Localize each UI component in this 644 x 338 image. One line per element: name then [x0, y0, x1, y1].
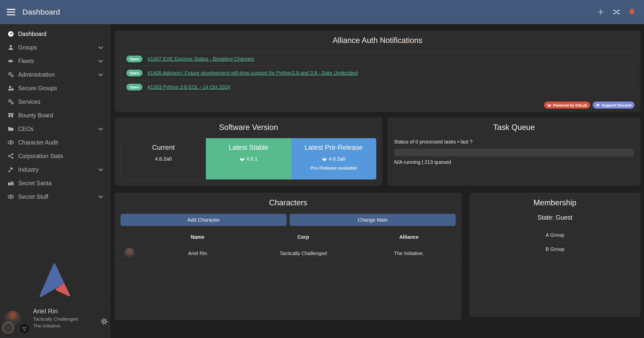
folder-icon: [7, 126, 15, 132]
change-main-button[interactable]: Change Main: [290, 214, 456, 226]
version-current: Current 4.6.2a0: [121, 138, 206, 179]
discord-badge-label: Support Discord: [602, 103, 631, 107]
membership-groups-list: A GroupB Group: [469, 228, 640, 256]
sidebar-item-label: Industry: [18, 166, 39, 173]
chevron-down-icon: [98, 58, 104, 64]
character-corp: Tactically Challenged: [250, 251, 356, 256]
task-progress-bar: [394, 149, 634, 156]
gears-icon: [7, 71, 15, 78]
user-alliance: The Initiative.: [33, 323, 61, 329]
user-corp: Tactically Challenged: [33, 316, 78, 322]
membership-group-row: A Group: [469, 228, 640, 242]
prerelease-label: Latest Pre-Release: [291, 144, 376, 152]
notification-link[interactable]: #1383 Python 3.8 EOL - 14 Oct 2024: [147, 84, 230, 90]
version-prerelease: Latest Pre-Release 4.6.2a0 Pre-Release a…: [291, 138, 376, 179]
sidebar-item-secure-groups[interactable]: Secure Groups: [0, 81, 110, 95]
eye-icon: [7, 194, 15, 200]
notification-row: Open#1383 Python 3.8 EOL - 14 Oct 2024: [121, 80, 634, 94]
add-character-button[interactable]: Add Character: [121, 214, 287, 226]
add-character-icon[interactable]: [597, 8, 605, 16]
sidebar-item-corporation-stats[interactable]: Corporation Stats: [0, 149, 110, 163]
chevron-down-icon: [98, 44, 104, 51]
hammer-icon: [7, 166, 15, 173]
characters-table-header: Name Corp Alliance: [115, 230, 462, 244]
top-navbar: Dashboard: [0, 0, 644, 24]
chevron-down-icon: [98, 126, 104, 132]
share-nodes-icon: [7, 153, 15, 159]
characters-actions: Add Character Change Main: [121, 214, 456, 226]
notification-link[interactable]: #1407 EVE Equinox Status - Breaking Chan…: [147, 56, 254, 62]
notifications-title: Alliance Auth Notifications: [115, 30, 640, 45]
character-name: Ariel Rin: [145, 251, 250, 256]
header-corp: Corp: [250, 234, 356, 240]
sidebar-item-secret-santa[interactable]: Secret Santa: [0, 176, 110, 190]
notifications-panel: Alliance Auth Notifications Open#1407 EV…: [115, 30, 640, 112]
notification-link[interactable]: #1405 Advisory: Future development will …: [147, 70, 358, 76]
sidebar-item-label: CEOs: [18, 126, 33, 132]
sidebar-item-label: Groups: [18, 44, 37, 51]
sidebar-item-label: Corporation Stats: [18, 153, 63, 160]
sidebar-item-label: Secret Stuff: [18, 194, 48, 200]
sidebar-item-label: Bounty Board: [18, 112, 53, 119]
sidebar-item-label: Secret Santa: [18, 180, 52, 187]
notifications-bell-icon[interactable]: [628, 8, 636, 16]
task-queue-counts: N/A running | 213 queued: [394, 159, 634, 165]
hamburger-menu-icon[interactable]: [7, 9, 15, 15]
chevron-down-icon: [98, 167, 104, 173]
character-alliance: The Initiative.: [356, 251, 462, 256]
character-row: Ariel RinTactically ChallengedThe Initia…: [115, 244, 462, 263]
support-discord-badge[interactable]: Support Discord: [593, 102, 634, 109]
eye-icon: [7, 139, 15, 146]
task-queue-title: Task Queue: [388, 117, 640, 132]
gauge-icon: [7, 31, 15, 37]
sidebar-item-label: Secure Groups: [18, 85, 57, 92]
user-settings-gear-icon[interactable]: [100, 317, 108, 325]
sidebar-item-fleets[interactable]: Fleets: [0, 54, 110, 68]
sidebar-item-ceos[interactable]: CEOs: [0, 122, 110, 136]
software-version-panel: Software Version Current 4.6.2a0 Latest …: [115, 117, 383, 186]
task-queue-panel: Task Queue Status of 0 processed tasks •…: [388, 117, 640, 186]
header-alliance: Alliance: [356, 234, 462, 240]
store-icon: [7, 112, 15, 119]
sidebar-item-industry[interactable]: Industry: [0, 163, 110, 176]
task-queue-status: Status of 0 processed tasks • last ?: [394, 139, 634, 145]
sidebar-item-label: Fleets: [18, 58, 34, 65]
shuttle-icon: [7, 58, 15, 64]
sidebar-item-bounty-board[interactable]: Bounty Board: [0, 109, 110, 122]
sidebar-item-secret-stuff[interactable]: Secret Stuff: [0, 190, 110, 204]
stable-label: Latest Stable: [206, 144, 291, 152]
version-columns: Current 4.6.2a0 Latest Stable 4.6.1 Late…: [121, 138, 376, 180]
chevron-down-icon: [98, 194, 104, 200]
characters-title: Characters: [115, 193, 462, 207]
app-root: Dashboard DashboardGroupsFleetsAdministr…: [0, 0, 644, 338]
page-title: Dashboard: [22, 8, 60, 16]
status-badge: Open: [126, 70, 142, 76]
current-version: 4.6.2a0: [155, 156, 172, 162]
user-panel: ▽ Ariel Rin Tactically Challenged The In…: [0, 303, 110, 338]
header-name: Name: [145, 234, 250, 240]
membership-group-row: B Group: [469, 242, 640, 256]
membership-panel: Membership State: Guest A GroupB Group: [469, 193, 640, 317]
status-badge: Open: [126, 56, 142, 62]
change-main-shuffle-icon[interactable]: [612, 8, 620, 16]
notifications-list: Open#1407 EVE Equinox Status - Breaking …: [121, 52, 634, 94]
alliance-logo: ▽: [19, 323, 30, 334]
sidebar-menu: DashboardGroupsFleetsAdministrationSecur…: [0, 24, 110, 204]
sidebar-item-dashboard[interactable]: Dashboard: [0, 27, 110, 41]
user-lock-icon: [7, 85, 15, 91]
prerelease-version: 4.6.2a0: [329, 156, 346, 162]
character-portrait: [124, 248, 135, 259]
sidebar-item-character-audit[interactable]: Character Audit: [0, 136, 110, 149]
sidebar-item-services[interactable]: Services: [0, 95, 110, 109]
sidebar-item-label: Character Audit: [18, 139, 58, 146]
gears-icon: [7, 99, 15, 105]
chevron-down-icon: [98, 72, 104, 78]
stable-version: 4.6.1: [246, 156, 257, 162]
sidebar-item-groups[interactable]: Groups: [0, 41, 110, 54]
notification-row: Open#1407 EVE Equinox Status - Breaking …: [121, 52, 634, 66]
membership-state: State: Guest: [469, 214, 640, 221]
sidebar-item-administration[interactable]: Administration: [0, 68, 110, 81]
powered-by-gitlab-badge[interactable]: Powered by GitLab: [544, 102, 590, 109]
corp-logo: [2, 322, 14, 333]
prerelease-note: Pre-Release available: [291, 165, 376, 171]
